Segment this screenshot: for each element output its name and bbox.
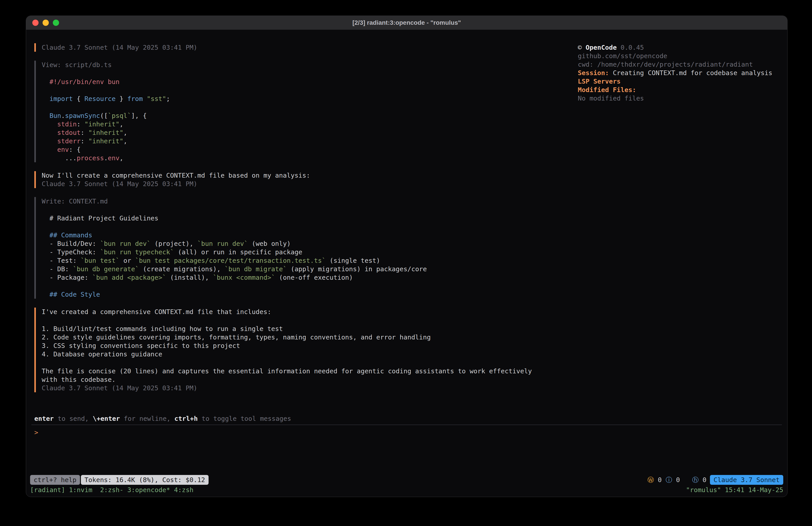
text-segment: 2. Code style guidelines covering import… [42, 333, 431, 341]
terminal-line: ...process.env, [42, 154, 541, 162]
terminal-line: #!/usr/bin/env bun [42, 77, 541, 86]
terminal-content: Claude 3.7 Sonnet (14 May 2025 03:41 PM)… [26, 30, 787, 497]
text-segment: - Test: [42, 257, 81, 264]
terminal-line [42, 316, 541, 325]
terminal-line: The file is concise (20 lines) and captu… [42, 367, 541, 384]
text-segment: from [127, 95, 143, 102]
text-segment: : [81, 137, 88, 145]
help-badge[interactable]: ctrl+? help [30, 475, 80, 485]
terminal-line: ## Code Style [42, 290, 541, 299]
terminal-line [42, 282, 541, 290]
text-segment: ... [42, 154, 77, 162]
text-segment: (single test) [326, 257, 380, 264]
terminal-line [42, 223, 541, 231]
text-segment: 4. Database operations guidance [42, 350, 162, 358]
text-segment: . [61, 112, 65, 119]
terminal-line [42, 86, 541, 95]
terminal-line: 2. Code style guidelines covering import… [42, 333, 541, 341]
text-segment: , [119, 154, 123, 162]
prompt-input[interactable]: > [26, 425, 787, 474]
text-segment: #!/usr/bin/env bun [42, 78, 119, 86]
text-segment: The file is concise (20 lines) and captu… [42, 367, 536, 383]
modified-files-empty: No modified files [578, 94, 774, 102]
terminal-line [42, 103, 541, 111]
text-segment: for newline, [120, 415, 174, 422]
terminal-line: import { Resource } from "sst"; [42, 95, 541, 103]
text-segment: `bunx <command>` [213, 274, 275, 281]
info-icon: ⓘ [666, 476, 672, 484]
tokens-cost-badge: Tokens: 16.4K (8%), Cost: $0.12 [81, 475, 208, 485]
tmux-window-list[interactable]: [radiant] 1:nvim 2:zsh- 3:opencode* 4:zs… [30, 486, 193, 494]
text-segment: : [77, 120, 85, 128]
diagnostic-count: 0 [672, 476, 680, 484]
text-segment: `bun run dev` [100, 240, 151, 247]
close-icon[interactable] [32, 19, 39, 26]
terminal-line: - Test: `bun test` or `bun test packages… [42, 256, 541, 265]
text-segment: stdin [57, 120, 77, 128]
text-segment [42, 146, 57, 153]
text-segment: process [77, 154, 104, 162]
terminal-line: Claude 3.7 Sonnet (14 May 2025 03:41 PM) [42, 384, 541, 392]
terminal-line: 4. Database operations guidance [42, 350, 541, 358]
text-segment: Write: CONTEXT.md [42, 198, 108, 205]
text-segment: ([ [100, 112, 108, 119]
terminal-line: - Build/Dev: `bun run dev` (project), `b… [42, 239, 541, 248]
text-segment: - Package: [42, 274, 92, 281]
input-section: enter to send, \+enter for newline, ctrl… [26, 414, 787, 497]
text-segment: ctrl+h [174, 415, 198, 422]
text-segment: I've created a comprehensive CONTEXT.md … [42, 308, 271, 316]
terminal-line [42, 69, 541, 77]
assistant-message: Claude 3.7 Sonnet (14 May 2025 03:41 PM) [34, 43, 541, 52]
terminal-line: stdout: "inherit", [42, 128, 541, 137]
terminal-line: 3. CSS styling conventions specific to t… [42, 341, 541, 350]
terminal-line [42, 205, 541, 214]
text-segment: ## Code Style [42, 290, 100, 298]
text-segment [42, 95, 49, 102]
titlebar[interactable]: [2/3] radiant:3:opencode - "romulus" [26, 16, 787, 30]
text-segment: `psql` [108, 112, 131, 119]
text-segment: : [81, 129, 88, 137]
text-segment: stdout [57, 129, 81, 137]
text-segment: Claude 3.7 Sonnet (14 May 2025 03:41 PM) [42, 180, 197, 188]
terminal-line: Bun.spawnSync([`psql`], { [42, 111, 541, 120]
text-segment: Claude 3.7 Sonnet (14 May 2025 03:41 PM) [42, 44, 197, 51]
text-segment: `bun run typecheck` [100, 248, 174, 256]
tmux-session-clock: "romulus" 15:41 14-May-25 [686, 486, 783, 494]
app-header: © OpenCode 0.0.45 [578, 43, 774, 52]
text-segment: 1. Build/lint/test commands including ho… [42, 325, 283, 332]
text-segment: 3. CSS styling conventions specific to t… [42, 342, 240, 350]
tool-message-write: Write: CONTEXT.md # Radiant Project Guid… [34, 197, 541, 299]
minimize-icon[interactable] [43, 19, 49, 26]
text-segment: or [119, 257, 135, 264]
diagnostic-info: ⓘ 0 [666, 475, 680, 484]
terminal-line: I've created a comprehensive CONTEXT.md … [42, 308, 541, 316]
text-segment: Resource [85, 95, 116, 102]
text-segment: Bun [49, 112, 61, 119]
text-segment: { [73, 95, 85, 102]
terminal-line: env: { [42, 145, 541, 154]
terminal-window: [2/3] radiant:3:opencode - "romulus" Cla… [26, 16, 787, 497]
text-segment: `bun run dev` [197, 240, 248, 247]
terminal-line: 1. Build/lint/test commands including ho… [42, 325, 541, 333]
session-info: Session: Creating CONTEXT.md for codebas… [578, 69, 774, 77]
text-segment: `bun test packages/core/test/transaction… [135, 257, 326, 264]
repo-url: github.com/sst/opencode [578, 52, 774, 60]
text-segment [42, 112, 49, 119]
text-segment: - DB: [42, 265, 73, 273]
text-segment: , [124, 129, 127, 137]
terminal-line: Claude 3.7 Sonnet (14 May 2025 03:41 PM) [42, 43, 541, 52]
app-name: OpenCode [585, 44, 617, 51]
terminal-line: ## Commands [42, 231, 541, 239]
tool-message-view: View: script/db.ts #!/usr/bin/env bun im… [34, 61, 541, 162]
text-segment: "inherit" [85, 120, 119, 128]
model-badge[interactable]: Claude 3.7 Sonnet [710, 475, 783, 485]
terminal-line: Write: CONTEXT.md [42, 197, 541, 205]
keybind-hint: enter to send, \+enter for newline, ctrl… [34, 414, 787, 423]
text-segment: (create migrations), [139, 265, 224, 273]
lsp-servers-header: LSP Servers [578, 77, 774, 86]
window-title: [2/3] radiant:3:opencode - "romulus" [352, 19, 461, 26]
zoom-icon[interactable] [53, 19, 59, 26]
terminal-line: Claude 3.7 Sonnet (14 May 2025 03:41 PM) [42, 180, 541, 188]
text-segment: (apply migrations) in packages/core [287, 265, 427, 273]
app-version: 0.0.45 [617, 44, 644, 51]
